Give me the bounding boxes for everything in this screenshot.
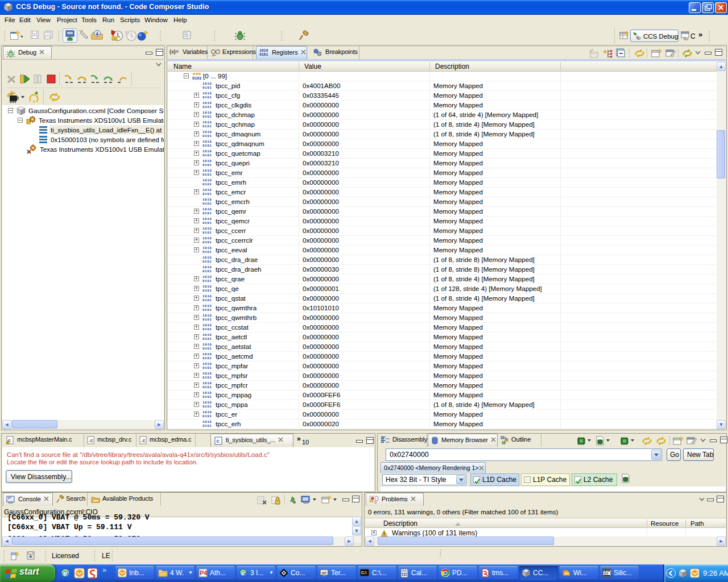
svg-text:!: ! [7,441,8,444]
svg-text:P4: P4 [200,569,208,576]
svg-text:C:\: C:\ [361,571,366,575]
svg-text:GUI: GUI [604,572,609,575]
svg-text:.c: .c [141,438,145,443]
svg-text:0101: 0101 [192,76,201,81]
svg-text:e: e [63,569,67,577]
svg-text:MT: MT [322,571,327,575]
svg-text:.c: .c [89,438,93,443]
svg-text:A-SLIC: A-SLIC [604,569,611,572]
svg-text:c: c [216,438,219,444]
svg-text:x=: x= [212,53,216,57]
svg-text:e: e [241,570,245,576]
